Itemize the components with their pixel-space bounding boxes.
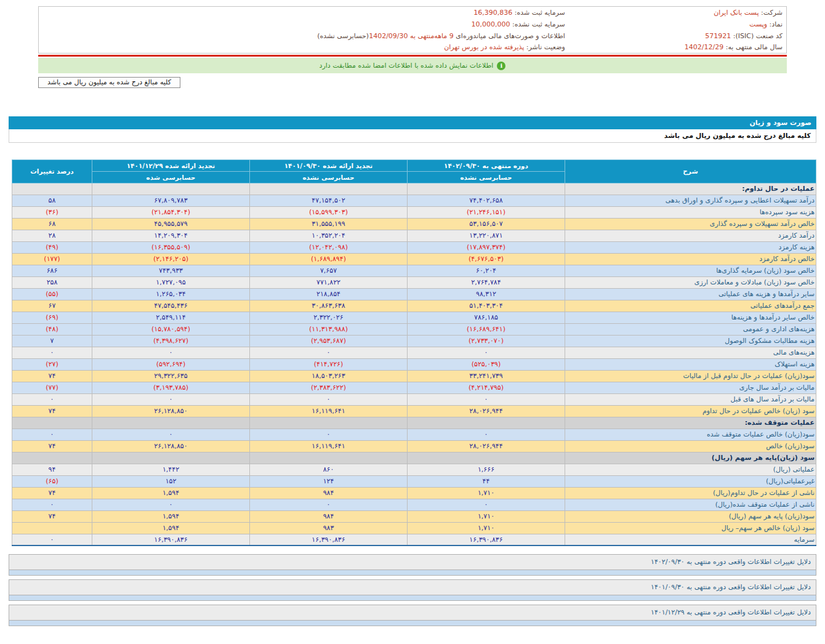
info-cell-fiscal-year: سال مالی منتهی به: 1402/12/29 — [569, 42, 787, 54]
cell-value: ۲۶,۱۲۸,۸۵۰ — [92, 440, 250, 452]
unregistered-capital-label: سرمایه ثبت نشده: — [512, 20, 565, 28]
cell-value: (۵۲۵,۰۳۹) — [408, 358, 565, 370]
registered-capital-label: سرمایه ثبت شده: — [515, 9, 565, 17]
cell-value — [92, 183, 250, 195]
cell-value: (۲۷) — [12, 358, 92, 370]
table-row: جمع درآمدهای عملیاتی۵۱,۴۰۳,۳۰۴۳۰,۸۶۳,۶۳۸… — [12, 300, 816, 312]
cell-value: ۱,۷۲۷,۰۹۵ — [92, 276, 250, 288]
issuer-status-value: پذیرفته شده در بورس تهران — [444, 43, 524, 51]
statement-info-period: 9 ماهه‌منتهی به 1402/09/30 — [369, 32, 454, 40]
cell-value: ۱۵۲ — [92, 475, 250, 487]
unit-million-rial-button[interactable]: کلیه مبالغ درج شده به میلیون ریال می باش… — [38, 77, 180, 88]
row-label: درآمد تسهیلات اعطایی و سپرده گذاری و اور… — [565, 195, 816, 206]
cell-value — [250, 452, 408, 464]
cell-value: (۴,۶۷۶,۵۰۳) — [408, 253, 565, 265]
cell-value: ۷۸۶,۱۸۵ — [408, 312, 565, 323]
row-label: خالص درآمد تسهیلات و سپرده گذاری — [565, 218, 816, 230]
cell-value: (۵۹۲,۶۹۴) — [92, 358, 250, 370]
cell-value: (۲,۹۵۳,۶۸۷) — [250, 335, 408, 347]
table-row: خالص سایر درآمدها و هزینه‌ها۷۸۶,۱۸۵۲,۳۲۲… — [12, 312, 816, 323]
cell-value: ۱,۵۹۴ — [92, 522, 250, 534]
cell-value: ۱,۵۹۴ — [92, 510, 250, 522]
cell-value: ۱۲۴ — [250, 475, 408, 487]
table-row: سرمایه۱۶,۳۹۰,۸۳۶۱۶,۳۹۰,۸۳۶۱۶,۳۹۰,۸۳۶۰ — [12, 534, 816, 545]
row-label: عملیات در حال تداوم: — [565, 183, 816, 195]
cell-value: ۲۸,۰۲۶,۹۴۴ — [408, 405, 565, 417]
cell-value: ۲۱۸,۸۵۴ — [250, 288, 408, 300]
signature-match-banner: i اطلاعات نمایش داده شده با اطلاعات امضا… — [38, 58, 787, 73]
red-divider — [38, 55, 787, 57]
cell-value: ۷,۶۵۷ — [250, 265, 408, 276]
company-info-table: شرکت: پست بانک ایران سرمایه ثبت شده: 16,… — [38, 6, 787, 54]
cell-value: ۰ — [92, 393, 250, 405]
cell-value — [12, 183, 92, 195]
cell-value: ۴۴ — [408, 475, 565, 487]
row-label: سود (زیان)پایه هر سهم (ریال) — [565, 452, 816, 464]
header-audit-restated-1: حسابرسی نشده — [250, 171, 408, 183]
row-label: مالیات بر درآمد سال های قبل — [565, 393, 816, 405]
row-label: هزینه سود سپرده‌ها — [565, 206, 816, 218]
cell-value: (۱۶,۶۸۹,۶۴۱) — [408, 323, 565, 335]
cell-value: ۰ — [250, 429, 408, 440]
cell-value: ۷۴ — [12, 510, 92, 522]
cell-value: ۹۸۴ — [250, 487, 408, 499]
table-row: ناشی از عملیات در حال تداوم(ریال)۱,۷۱۰۹۸… — [12, 487, 816, 499]
cell-value: ۶۸۶ — [12, 265, 92, 276]
cell-value: (۲,۷۳۳,۰۷۰) — [408, 335, 565, 347]
header-audit-current: حسابرسی نشده — [408, 171, 565, 183]
cell-value: (۱,۶۸۹,۸۹۴) — [250, 253, 408, 265]
cell-value: (۱۷۷) — [12, 253, 92, 265]
row-label: هزینه مطالبات مشکوک الوصول — [565, 335, 816, 347]
cell-value: ۵۳,۱۵۶,۵۰۷ — [408, 218, 565, 230]
unit-button-row: کلیه مبالغ درج شده به میلیون ریال می باش… — [38, 75, 787, 88]
cell-value: (۵۵) — [12, 288, 92, 300]
cell-value: ۱,۷۱۰ — [408, 487, 565, 499]
cell-value: ۷۴ — [12, 370, 92, 382]
table-row: هزینه کارمزد(۱۷,۸۹۷,۳۷۴)(۱۲,۰۴۲,۰۹۸)(۱۶,… — [12, 241, 816, 253]
cell-value: ۰ — [12, 534, 92, 545]
footer-strip — [9, 620, 816, 626]
cell-value: ۸۶۰ — [250, 464, 408, 475]
cell-value: ۷ — [12, 335, 92, 347]
row-label: هزینه استهلاک — [565, 358, 816, 370]
cell-value: ۱۶,۱۱۹,۶۴۱ — [250, 405, 408, 417]
footer-link-row[interactable]: دلایل تغییرات اطلاعات واقعی دوره منتهی ب… — [9, 580, 816, 595]
cell-value: ۰ — [92, 429, 250, 440]
cell-value — [92, 417, 250, 429]
footer-box: دلایل تغییرات اطلاعات واقعی دوره منتهی ب… — [9, 605, 816, 626]
row-label: خالص سایر درآمدها و هزینه‌ها — [565, 312, 816, 323]
row-label: مالیات بر درآمد سال جاری — [565, 382, 816, 393]
header-percent-change: درصد تغییرات — [12, 159, 92, 183]
cell-value: ۵۸ — [12, 195, 92, 206]
info-icon: i — [497, 62, 505, 70]
row-label: خالص سود (زیان) مبادلات و معاملات ارزی — [565, 276, 816, 288]
cell-value: ۱۰,۳۵۲,۲۰۴ — [250, 230, 408, 241]
row-label: خالص درآمد کارمزد — [565, 253, 816, 265]
issuer-status-label: وضعیت ناشر: — [526, 43, 565, 51]
table-row: عملیاتی (ریال)۱,۶۶۶۸۶۰۱,۴۴۲۹۴ — [12, 464, 816, 475]
cell-value: ۲۸,۰۲۶,۹۴۴ — [408, 440, 565, 452]
table-row: درآمد تسهیلات اعطایی و سپرده گذاری و اور… — [12, 195, 816, 206]
footer-link-row[interactable]: دلایل تغییرات اطلاعات واقعی دوره منتهی ب… — [9, 555, 816, 570]
cell-value: ۶۷ — [12, 300, 92, 312]
cell-value: ۱۶,۳۹۰,۸۳۶ — [92, 534, 250, 545]
cell-value: ۰ — [408, 499, 565, 510]
table-row: سود(زیان) عملیات در حال تداوم قبل از مال… — [12, 370, 816, 382]
cell-value: ۷۴ — [12, 440, 92, 452]
cell-value — [12, 522, 92, 534]
cell-value — [12, 452, 92, 464]
cell-value: ۱,۷۱۰ — [408, 522, 565, 534]
cell-value: ۰ — [408, 429, 565, 440]
row-label: هزینه‌های اداری و عمومی — [565, 323, 816, 335]
cell-value: (۴۹) — [12, 241, 92, 253]
cell-value: ۴۵,۹۵۵,۵۷۹ — [92, 218, 250, 230]
cell-value: ۳۰,۸۶۳,۶۳۸ — [250, 300, 408, 312]
table-row: خالص درآمد تسهیلات و سپرده گذاری۵۳,۱۵۶,۵… — [12, 218, 816, 230]
footer-link-row[interactable]: دلایل تغییرات اطلاعات واقعی دوره منتهی ب… — [9, 605, 816, 620]
info-cell-registered-capital: سرمایه ثبت شده: 16,390,836 — [39, 7, 569, 18]
cell-value: ۹۸۳ — [250, 522, 408, 534]
statement-info-suffix: (حسابرسی نشده) — [317, 32, 369, 40]
registered-capital-value: 16,390,836 — [473, 9, 512, 17]
cell-value: (۱۲,۰۴۲,۰۹۸) — [250, 241, 408, 253]
cell-value: ۷۴ — [12, 405, 92, 417]
